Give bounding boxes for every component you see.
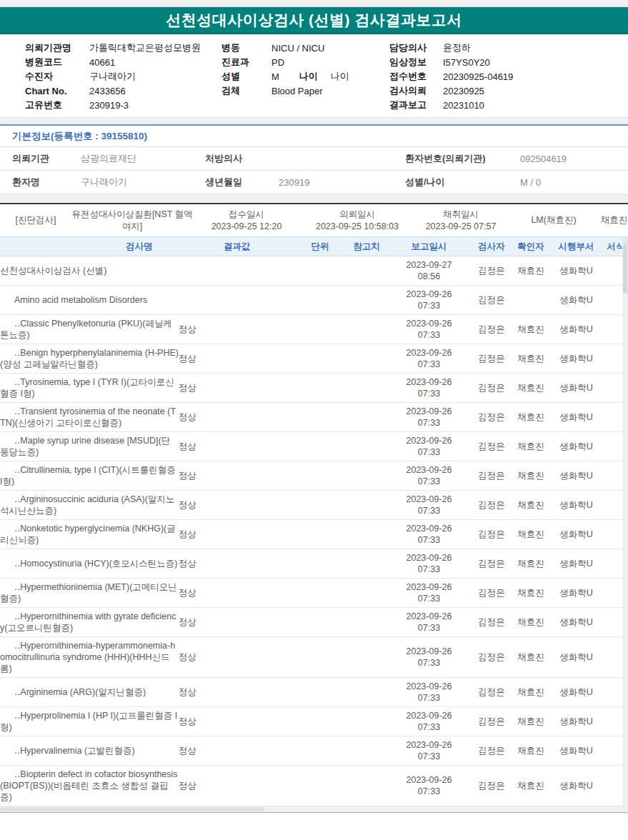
test-name-cell: ‥Biopterin defect in cofactor biosynthes… — [0, 766, 179, 806]
field-value: 구나래아기 — [89, 70, 136, 83]
field-value: Blood Paper — [271, 86, 323, 96]
report-time: 08:56 — [388, 271, 470, 282]
unit-cell — [295, 461, 345, 491]
report-date: 2023-09-26 — [388, 523, 470, 534]
report-date: 2023-09-26 — [388, 774, 470, 786]
report-datetime-cell: 2023-09-2607:33 — [388, 549, 470, 579]
unit-cell — [295, 286, 345, 315]
dept-cell: 생화학U — [549, 549, 604, 579]
sampler-name: LM(채효진) — [507, 214, 600, 226]
basic-info-section: 기본정보(등록번호 : 39155810) 의뢰기관삼광의료재단처방의사환자번호… — [0, 124, 628, 194]
field-label: 성별 — [221, 70, 271, 83]
table-row: ‥Hyperornithinemia with gyrate deficienc… — [0, 608, 628, 637]
table-row: ‥Argininosuccinic aciduria (ASA)(알지노석시닌산… — [0, 491, 628, 520]
column-header-result: 결과값 — [179, 237, 295, 256]
patient-header-row: 고유번호230919-3 — [25, 98, 221, 112]
request-datetime-value: 2023-09-25 10:58:03 — [316, 221, 399, 233]
report-datetime-cell: 2023-09-2607:33 — [388, 520, 470, 549]
report-date: 2023-09-26 — [388, 435, 470, 446]
field-value: M — [271, 71, 279, 82]
dept-cell: 생화학U — [549, 637, 604, 678]
field-value: 40661 — [89, 57, 115, 68]
report-date: 2023-09-26 — [388, 710, 470, 721]
result-cell: 정상 — [179, 766, 295, 806]
unit-cell — [295, 579, 345, 608]
field-label: 담당의사 — [389, 41, 443, 54]
section-gap — [0, 117, 628, 124]
report-date: 2023-09-26 — [388, 646, 470, 657]
tester-cell: 김정은 — [470, 637, 513, 678]
test-name-cell: Amino acid metabolism Disorders — [0, 286, 179, 315]
report-datetime-cell: 2023-09-2607:33 — [388, 432, 470, 461]
test-name-cell: ‥Classic Phenylketonuria (PKU)(페닐케톤뇨증) — [0, 315, 179, 344]
request-datetime-label: 의뢰일시 — [339, 209, 375, 221]
patient-header-row: 의뢰기관명가톨릭대학교은평성모병원 — [25, 41, 221, 55]
report-date: 2023-09-26 — [388, 681, 470, 692]
test-name-cell: ‥Argininosuccinic aciduria (ASA)(알지노석시닌산… — [0, 491, 179, 520]
order-tag: [진단검사] — [0, 214, 71, 226]
field-value: 윤정하 — [443, 41, 471, 54]
unit-cell — [295, 549, 345, 579]
column-header-reference: 참고치 — [345, 237, 388, 256]
report-time: 07:33 — [388, 786, 470, 797]
reference-cell — [345, 520, 388, 549]
patient-header-right-group: 담당의사윤정하임상정보I57YS0Y20접수번호20230925-04619검사… — [389, 41, 628, 112]
dept-cell: 생화학U — [549, 766, 604, 806]
horizontal-scrollbar[interactable] — [0, 806, 628, 812]
scrollbar-up-arrow[interactable] — [622, 238, 628, 244]
unit-cell — [295, 491, 345, 520]
vertical-scrollbar[interactable] — [622, 238, 628, 806]
results-table: 검사명 결과값 단위 참고치 보고일시 검사자 확인자 시행부서 서식 선천성대… — [0, 236, 628, 806]
unit-cell — [295, 374, 345, 403]
patient-header-row: 병동NICU / NICU — [221, 41, 389, 55]
field-label: 의뢰기관명 — [25, 41, 89, 54]
order-info-bar: [진단검사] 유전성대사이상질환[NST 혈액여지] 접수일시 2023-09-… — [0, 203, 628, 236]
patient-header-row: 접수번호20230925-04619 — [389, 69, 628, 84]
table-row: ‥Hypervalinemia (고발린혈증)정상2023-09-2607:33… — [0, 736, 628, 766]
result-cell — [179, 256, 295, 286]
report-time: 07:33 — [388, 388, 470, 399]
table-row: ‥Homocystinuria (HCY)(호모시스틴뇨증)정상2023-09-… — [0, 549, 628, 579]
field-value: 230919-3 — [89, 100, 129, 111]
dept-cell: 생화학U — [549, 491, 604, 520]
reference-cell — [345, 637, 388, 678]
tester-cell: 김정은 — [470, 374, 513, 403]
table-row: 선천성대사이상검사 (선별)2023-09-2708:56김정은채효진생화학U — [0, 256, 628, 286]
unit-cell — [295, 707, 345, 736]
reference-cell — [345, 286, 388, 315]
dept-cell: 생화학U — [549, 707, 604, 736]
result-cell: 정상 — [179, 736, 295, 766]
tester-cell: 김정은 — [470, 286, 513, 315]
horizontal-scrollbar-thumb[interactable] — [0, 807, 264, 811]
dept-cell: 생화학U — [549, 315, 604, 344]
report-time: 07:33 — [388, 657, 470, 669]
reference-cell — [345, 678, 388, 707]
field-label: 임상정보 — [389, 56, 443, 69]
report-datetime-cell: 2023-09-2607:33 — [388, 608, 470, 637]
tester-cell: 김정은 — [470, 736, 513, 766]
table-row: ‥Classic Phenylketonuria (PKU)(페닐케톤뇨증)정상… — [0, 315, 628, 344]
table-row: Amino acid metabolism Disorders2023-09-2… — [0, 286, 628, 315]
report-date: 2023-09-26 — [388, 739, 470, 751]
reference-cell — [345, 579, 388, 608]
patient-header-row: 임상정보I57YS0Y20 — [389, 55, 628, 69]
patient-header-left-group: 의뢰기관명가톨릭대학교은평성모병원병원코드40661수진자구나래아기Chart … — [0, 41, 221, 112]
field-value: NICU / NICU — [271, 43, 324, 54]
field-label: 진료과 — [221, 56, 271, 69]
reference-cell — [345, 374, 388, 403]
reference-cell — [345, 256, 388, 286]
page-title: 선천성대사이상검사 (선별) 검사결과보고서 — [166, 10, 462, 30]
unit-cell — [295, 315, 345, 344]
tester-cell: 김정은 — [470, 256, 513, 286]
confirmer-cell: 채효진 — [513, 461, 549, 491]
test-name-cell: ‥Hyperornithinemia-hyperammonemia-homoci… — [0, 637, 179, 678]
patient-header-row: 병원코드40661 — [25, 55, 221, 69]
dept-cell: 생화학U — [549, 736, 604, 766]
patient-header-row: 검체Blood Paper — [221, 84, 389, 98]
vertical-scrollbar-thumb[interactable] — [623, 244, 627, 294]
tester-cell: 김정은 — [470, 608, 513, 637]
unit-cell — [295, 256, 345, 286]
table-row: ‥Hypermethioninemia (MET)(고메티오닌혈증)정상2023… — [0, 579, 628, 608]
unit-cell — [295, 520, 345, 549]
column-header-confirmer: 확인자 — [513, 237, 549, 256]
